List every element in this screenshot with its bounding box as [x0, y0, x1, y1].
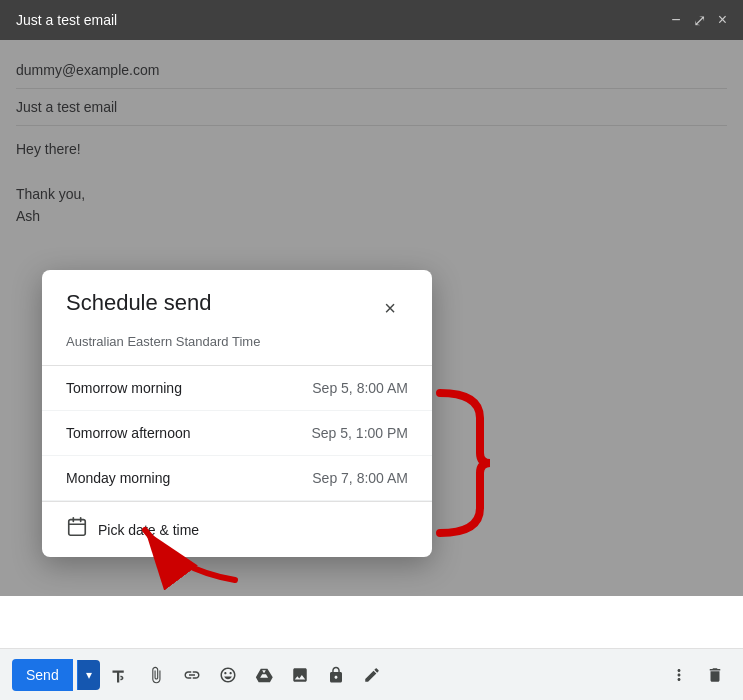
- compose-header: Just a test email − ⤢ ×: [0, 0, 743, 40]
- modal-header: Schedule send ×: [42, 270, 432, 334]
- minimize-icon[interactable]: −: [671, 11, 680, 30]
- pick-datetime-row[interactable]: Pick date & time: [42, 502, 432, 557]
- attach-icon[interactable]: [140, 659, 172, 691]
- option-label-2: Monday morning: [66, 470, 170, 486]
- schedule-option-tomorrow-morning[interactable]: Tomorrow morning Sep 5, 8:00 AM: [42, 366, 432, 411]
- modal-close-button[interactable]: ×: [372, 290, 408, 326]
- schedule-send-modal: Schedule send × Australian Eastern Stand…: [42, 270, 432, 557]
- more-options-icon[interactable]: [663, 659, 695, 691]
- close-icon[interactable]: ×: [718, 11, 727, 30]
- compose-window: Just a test email − ⤢ × dummy@example.co…: [0, 0, 743, 700]
- pick-datetime-label: Pick date & time: [98, 522, 199, 538]
- format-text-icon[interactable]: [104, 659, 136, 691]
- delete-icon[interactable]: [699, 659, 731, 691]
- window-title: Just a test email: [16, 12, 117, 28]
- schedule-option-tomorrow-afternoon[interactable]: Tomorrow afternoon Sep 5, 1:00 PM: [42, 411, 432, 456]
- drive-icon[interactable]: [248, 659, 280, 691]
- option-label-0: Tomorrow morning: [66, 380, 182, 396]
- photo-icon[interactable]: [284, 659, 316, 691]
- window-controls: − ⤢ ×: [671, 11, 727, 30]
- option-label-1: Tomorrow afternoon: [66, 425, 191, 441]
- compose-toolbar: Send ▾: [0, 648, 743, 700]
- schedule-option-monday-morning[interactable]: Monday morning Sep 7, 8:00 AM: [42, 456, 432, 501]
- send-button[interactable]: Send: [12, 659, 73, 691]
- emoji-icon[interactable]: [212, 659, 244, 691]
- svg-rect-0: [69, 520, 86, 536]
- modal-timezone: Australian Eastern Standard Time: [42, 334, 432, 365]
- option-time-2: Sep 7, 8:00 AM: [312, 470, 408, 486]
- signature-icon[interactable]: [356, 659, 388, 691]
- confidential-icon[interactable]: [320, 659, 352, 691]
- maximize-icon[interactable]: ⤢: [693, 11, 706, 30]
- link-icon[interactable]: [176, 659, 208, 691]
- send-dropdown-button[interactable]: ▾: [77, 660, 100, 690]
- compose-body: dummy@example.com Just a test email Hey …: [0, 40, 743, 648]
- calendar-icon: [66, 516, 88, 543]
- option-time-1: Sep 5, 1:00 PM: [311, 425, 408, 441]
- option-time-0: Sep 5, 8:00 AM: [312, 380, 408, 396]
- modal-title: Schedule send: [66, 290, 212, 316]
